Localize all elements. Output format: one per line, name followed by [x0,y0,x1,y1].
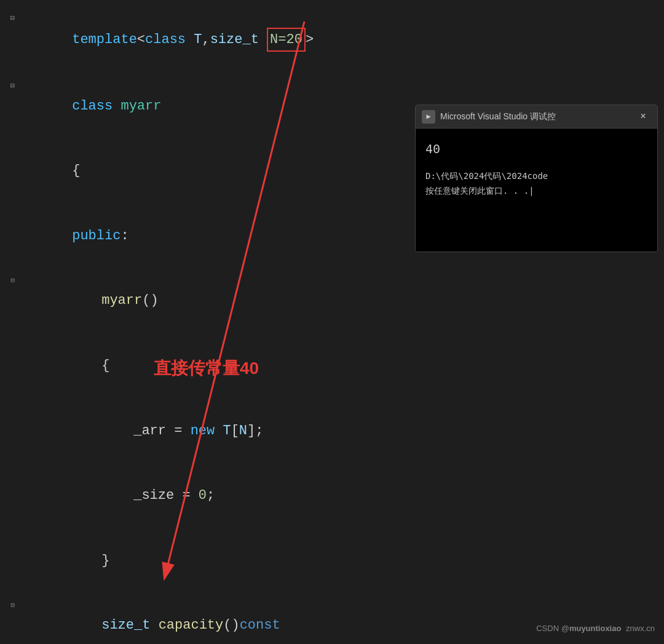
code-line-4: public: [0,204,393,269]
vs-icon: ▶ [422,110,435,124]
vs-output-prompt: 按任意键关闭此窗口. . .| [425,184,647,199]
code-text-5: myarr() [18,268,159,333]
code-editor: ⊟ template<class T,size_t N=20> ⊟ class … [0,0,393,644]
vs-titlebar: ▶ Microsoft Visual Studio 调试控 × [416,105,657,129]
vs-output-content: 40 D:\代码\2024代码\2024code 按任意键关闭此窗口. . .| [416,129,657,252]
code-text-3: { [18,138,80,204]
code-line-5: ⊟ myarr() [0,268,393,333]
line-gutter-2: ⊟ [0,79,18,92]
code-text-2: class myarr [18,74,161,139]
watermark-csdn: CSDN @ [536,624,569,633]
watermark: CSDN @muyuntioxiao znwx.cn [536,624,655,633]
vs-debug-dialog: ▶ Microsoft Visual Studio 调试控 × 40 D:\代码… [415,105,658,252]
code-text-9: } [18,528,109,594]
watermark-username: muyuntioxiao [569,624,622,633]
code-text-1: template<class T,size_t N=20> [18,6,314,74]
code-text-6: { [18,333,109,399]
line-gutter-1: ⊟ [0,11,18,25]
keyword-template: template [72,32,137,47]
vs-icon-symbol: ▶ [426,112,430,121]
code-text-7: _arr = new T[N]; [18,398,263,463]
vs-close-button[interactable]: × [635,109,651,125]
vs-dialog-title: Microsoft Visual Studio 调试控 [440,111,635,122]
vs-output-number: 40 [425,138,647,159]
code-text-4: public: [18,204,129,269]
code-line-10: ⊟ size_t capacity()const [0,593,393,644]
vs-output-path: D:\代码\2024代码\2024code [425,169,647,184]
line-gutter-10: ⊟ [0,598,18,611]
code-line-1: ⊟ template<class T,size_t N=20> [0,6,393,74]
annotation-label: 直接传常量40 [154,357,259,380]
code-line-8: _size = 0; [0,463,393,528]
code-text-10: size_t capacity()const [18,593,280,644]
code-line-7: _arr = new T[N]; [0,398,393,463]
code-line-3: { [0,138,393,204]
close-icon: × [640,111,646,122]
code-line-2: ⊟ class myarr [0,74,393,139]
code-text-8: _size = 0; [18,463,215,528]
highlight-n20: N=20 [267,28,306,52]
code-line-9: } [0,528,393,594]
watermark-domain: znwx.cn [626,624,655,633]
line-gutter-5: ⊟ [0,273,18,287]
